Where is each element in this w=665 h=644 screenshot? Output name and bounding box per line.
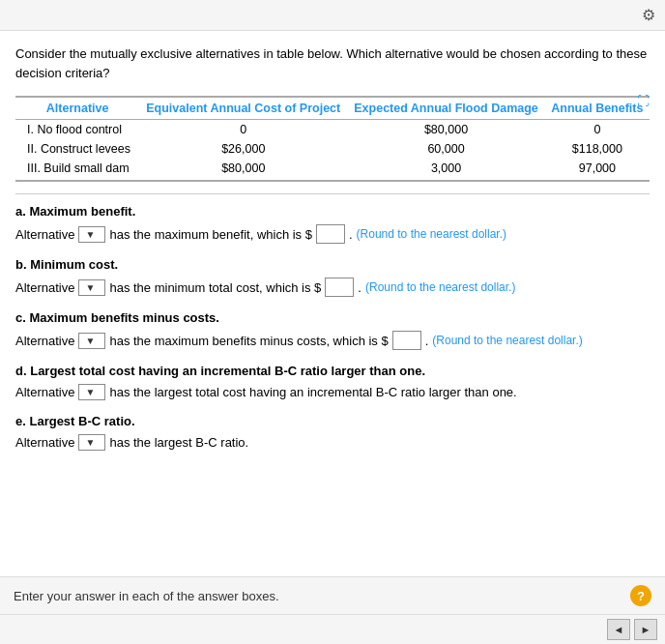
section-e: e. Largest B-C ratio. Alternative ▼ has …	[15, 414, 650, 451]
section-e-label: e. Largest B-C ratio.	[15, 414, 650, 428]
row1-benefits: 0	[545, 120, 650, 140]
section-d: d. Largest total cost having an incremen…	[15, 364, 650, 400]
row3-cost: $80,000	[139, 159, 347, 181]
section-c-label: c. Maximum benefits minus costs.	[15, 310, 650, 325]
section-a-dropdown[interactable]: ▼	[78, 226, 105, 243]
col-header-benefits: Annual Benefits	[545, 97, 650, 120]
section-b: b. Minimum cost. Alternative ▼ has the m…	[15, 257, 650, 297]
section-b-round-note: (Round to the nearest dollar.)	[365, 280, 515, 294]
section-b-dollar-input[interactable]	[325, 278, 354, 297]
section-c-suffix2: .	[425, 334, 429, 348]
table-row: I. No flood control 0 $80,000 0	[15, 120, 650, 140]
section-a-suffix1: has the maximum benefit, which is $	[109, 227, 312, 242]
chevron-down-icon: ▼	[85, 282, 95, 293]
chevron-down-icon: ▼	[85, 229, 95, 240]
row1-alt: I. No flood control	[15, 120, 139, 140]
section-e-dropdown[interactable]: ▼	[78, 434, 105, 451]
help-icon[interactable]: ?	[630, 585, 651, 606]
section-c-text: Maximum benefits minus costs.	[29, 310, 219, 325]
section-d-dropdown[interactable]: ▼	[78, 384, 105, 400]
section-b-suffix2: .	[358, 280, 361, 295]
section-c-suffix1: has the maximum benefits minus costs, wh…	[109, 334, 388, 348]
alternatives-table: Alternative Equivalent Annual Cost of Pr…	[15, 96, 650, 182]
row2-benefits: $118,000	[545, 139, 650, 159]
section-a-round-note: (Round to the nearest dollar.)	[357, 227, 506, 241]
chevron-down-icon: ▼	[85, 437, 95, 448]
row2-alt: II. Construct levees	[15, 139, 139, 159]
section-d-prefix: Alternative	[15, 385, 74, 399]
section-a: a. Maximum benefit. Alternative ▼ has th…	[15, 204, 650, 244]
bottom-bar: Enter your answer in each of the answer …	[0, 576, 665, 644]
table-row: II. Construct levees $26,000 60,000 $118…	[15, 139, 650, 159]
main-content: Consider the mutually exclusive alternat…	[0, 31, 665, 474]
row2-flood: 60,000	[347, 139, 545, 159]
row3-flood: 3,000	[347, 159, 545, 181]
section-a-answer-row: Alternative ▼ has the maximum benefit, w…	[15, 224, 650, 244]
section-b-prefix: Alternative	[15, 280, 74, 295]
section-b-suffix1: has the minimum total cost, which is $	[109, 280, 321, 295]
table-row: III. Build small dam $80,000 3,000 97,00…	[15, 159, 650, 181]
prev-button[interactable]: ◄	[607, 619, 630, 640]
table-container: ⛶ Alternative Equivalent Annual Cost of …	[15, 96, 650, 182]
section-b-answer-row: Alternative ▼ has the minimum total cost…	[15, 278, 650, 297]
row1-cost: 0	[139, 120, 347, 140]
gear-icon[interactable]: ⚙	[642, 6, 655, 24]
section-c-answer-row: Alternative ▼ has the maximum benefits m…	[15, 331, 650, 350]
section-b-dropdown[interactable]: ▼	[78, 279, 105, 296]
section-c-prefix: Alternative	[15, 334, 74, 348]
section-c: c. Maximum benefits minus costs. Alterna…	[15, 310, 650, 350]
col-header-cost: Equivalent Annual Cost of Project	[139, 97, 347, 120]
chevron-down-icon: ▼	[85, 336, 95, 346]
section-a-text: Maximum benefit.	[29, 204, 135, 219]
nav-bar: ◄ ►	[0, 615, 665, 644]
question-text: Consider the mutually exclusive alternat…	[15, 44, 650, 82]
row3-benefits: 97,000	[545, 159, 650, 181]
section-a-label: a. Maximum benefit.	[15, 204, 650, 219]
next-button[interactable]: ►	[634, 619, 657, 640]
section-a-suffix2: .	[349, 227, 353, 242]
section-d-answer-row: Alternative ▼ has the largest total cost…	[15, 384, 650, 400]
section-b-label: b. Minimum cost.	[15, 257, 650, 272]
section-d-suffix: has the largest total cost having an inc…	[109, 385, 516, 399]
row2-cost: $26,000	[139, 139, 347, 159]
section-e-prefix: Alternative	[15, 435, 74, 450]
section-c-dollar-input[interactable]	[392, 331, 421, 350]
col-header-alternative: Alternative	[15, 97, 139, 120]
expand-icon[interactable]: ⛶	[637, 94, 650, 108]
section-c-round-note: (Round to the nearest dollar.)	[432, 334, 582, 347]
row3-alt: III. Build small dam	[15, 159, 139, 181]
section-e-suffix: has the largest B-C ratio.	[109, 435, 248, 450]
section-d-label: d. Largest total cost having an incremen…	[15, 364, 650, 378]
top-bar: ⚙	[0, 0, 665, 31]
col-header-flood: Expected Annual Flood Damage	[347, 97, 545, 120]
section-e-text: Largest B-C ratio.	[29, 414, 134, 428]
section-a-dollar-input[interactable]	[316, 224, 345, 244]
divider	[15, 193, 650, 194]
row1-flood: $80,000	[347, 120, 545, 140]
enter-answer-text: Enter your answer in each of the answer …	[14, 589, 279, 603]
section-c-dropdown[interactable]: ▼	[78, 333, 105, 349]
section-d-text: Largest total cost having an incremental…	[30, 364, 425, 378]
section-a-prefix: Alternative	[15, 227, 74, 242]
section-e-answer-row: Alternative ▼ has the largest B-C ratio.	[15, 434, 650, 451]
enter-answer-bar: Enter your answer in each of the answer …	[0, 577, 665, 615]
section-b-text: Minimum cost.	[30, 257, 118, 272]
chevron-down-icon: ▼	[85, 387, 95, 397]
